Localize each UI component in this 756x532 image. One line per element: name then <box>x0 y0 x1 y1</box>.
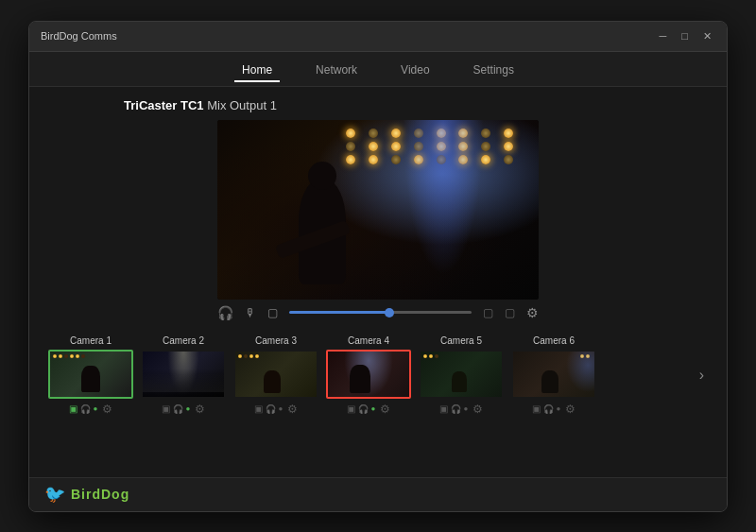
cam4-gear-icon[interactable]: ⚙ <box>380 403 390 416</box>
window-controls: ─ □ ✕ <box>656 28 715 44</box>
stage-light <box>369 129 378 138</box>
mic-icon[interactable]: 🎙 <box>245 306 256 319</box>
cameras-grid: Camera 1 <box>48 335 696 416</box>
cam5-mic-icon[interactable]: ● <box>464 404 469 413</box>
settings-gear-icon[interactable]: ⚙ <box>526 305 539 320</box>
camera-6-preview <box>513 352 594 397</box>
cam3-screen-icon[interactable]: ▣ <box>254 403 263 414</box>
cam6-headphone-icon[interactable]: 🎧 <box>543 404 554 414</box>
scroll-right-arrow[interactable]: › <box>696 367 708 384</box>
cam4-screen-icon[interactable]: ▣ <box>347 403 355 414</box>
cam5-headphone-icon[interactable]: 🎧 <box>451 404 461 414</box>
cam6-screen-icon[interactable]: ▣ <box>532 403 541 414</box>
stage-light <box>504 129 513 138</box>
stage-light <box>346 142 355 151</box>
cam2-screen-icon[interactable]: ▣ <box>162 403 170 414</box>
screen2-icon[interactable]: ▢ <box>483 306 493 319</box>
camera-4-controls: ▣ 🎧 ● ⚙ <box>347 403 391 416</box>
performer-silhouette <box>275 152 388 284</box>
camera-3-controls: ▣ 🎧 ● ⚙ <box>254 403 299 416</box>
cameras-section: Camera 1 <box>48 335 708 416</box>
cam2-mic-icon[interactable]: ● <box>186 404 191 413</box>
camera-5-controls: ▣ 🎧 ● ⚙ <box>439 403 484 416</box>
camera-item-5: Camera 5 <box>419 335 504 416</box>
camera-5-preview <box>421 352 502 397</box>
maximize-button[interactable]: □ <box>678 28 692 43</box>
camera-6-controls: ▣ 🎧 ● ⚙ <box>532 403 576 416</box>
screen-icon[interactable]: ▢ <box>267 306 278 319</box>
brand-name: BirdDog <box>71 487 129 502</box>
headphone-icon[interactable]: 🎧 <box>217 305 233 320</box>
camera-2-preview <box>143 352 224 397</box>
screen3-icon[interactable]: ▢ <box>505 306 515 319</box>
cam1-screen-icon[interactable]: ▣ <box>69 403 77 414</box>
camera-6-label: Camera 6 <box>533 335 575 346</box>
camera-item-6: Camera 6 <box>511 335 596 416</box>
cam3-mic-icon[interactable]: ● <box>279 404 284 413</box>
video-title: TriCaster TC1 Mix Output 1 <box>48 98 277 112</box>
camera-item-2: Camera 2 ▣ 🎧 ● <box>141 335 226 416</box>
camera-2-thumbnail[interactable] <box>141 350 226 399</box>
cam1-headphone-icon[interactable]: 🎧 <box>80 404 91 414</box>
main-content: TriCaster TC1 Mix Output 1 <box>29 87 727 477</box>
camera-3-preview <box>235 352 317 397</box>
blue-spotlight <box>396 120 490 300</box>
nav-home[interactable]: Home <box>234 60 280 82</box>
stage-light <box>504 142 513 151</box>
camera-2-controls: ▣ 🎧 ● ⚙ <box>162 403 206 416</box>
camera-1-controls: ▣ 🎧 ● ⚙ <box>69 403 113 416</box>
camera-4-label: Camera 4 <box>348 335 389 346</box>
camera-2-label: Camera 2 <box>163 335 204 346</box>
camera-item-3: Camera 3 <box>233 335 318 416</box>
camera-item-4: Camera 4 ▣ 🎧 ● ⚙ <box>326 335 411 416</box>
cam4-headphone-icon[interactable]: 🎧 <box>358 404 369 414</box>
cam5-screen-icon[interactable]: ▣ <box>439 403 448 414</box>
camera-item-1: Camera 1 <box>48 335 133 416</box>
camera-4-preview <box>328 352 409 397</box>
cam6-mic-icon[interactable]: ● <box>557 404 561 413</box>
video-controls: 🎧 🎙 ▢ ▢ ▢ ⚙ <box>217 305 539 320</box>
nav-bar: Home Network Video Settings <box>29 52 727 87</box>
footer: 🐦 BirdDog <box>29 477 727 511</box>
app-title: BirdDog Comms <box>41 30 117 42</box>
camera-5-label: Camera 5 <box>440 335 482 346</box>
video-source-name: TriCaster TC1 Mix Output 1 <box>124 98 277 112</box>
stage-light <box>504 155 513 164</box>
video-preview-container <box>217 120 539 300</box>
nav-settings[interactable]: Settings <box>466 60 522 82</box>
camera-3-label: Camera 3 <box>255 335 297 346</box>
cam3-headphone-icon[interactable]: 🎧 <box>266 404 276 414</box>
volume-thumb <box>385 308 394 317</box>
volume-slider[interactable] <box>289 311 472 314</box>
main-window: BirdDog Comms ─ □ ✕ Home Network Video S… <box>28 21 728 512</box>
title-bar: BirdDog Comms ─ □ ✕ <box>29 22 727 52</box>
camera-1-thumbnail[interactable] <box>48 350 133 399</box>
cam1-mic-icon[interactable]: ● <box>94 404 98 413</box>
close-button[interactable]: ✕ <box>699 28 715 44</box>
camera-4-thumbnail[interactable] <box>326 350 411 399</box>
camera-1-preview <box>50 352 131 397</box>
minimize-button[interactable]: ─ <box>656 28 671 43</box>
cam3-gear-icon[interactable]: ⚙ <box>287 403 298 416</box>
camera-1-label: Camera 1 <box>70 335 112 346</box>
birddog-logo: 🐦 BirdDog <box>44 484 129 505</box>
video-section: TriCaster TC1 Mix Output 1 <box>48 98 708 320</box>
nav-video[interactable]: Video <box>393 60 437 82</box>
bird-logo-icon: 🐦 <box>44 484 65 505</box>
video-preview <box>217 120 539 300</box>
cam2-gear-icon[interactable]: ⚙ <box>195 403 205 416</box>
cam5-gear-icon[interactable]: ⚙ <box>472 403 483 416</box>
camera-6-thumbnail[interactable] <box>511 350 596 399</box>
camera-3-thumbnail[interactable] <box>233 350 318 399</box>
stage-light <box>346 129 355 138</box>
nav-network[interactable]: Network <box>308 60 365 82</box>
camera-5-thumbnail[interactable] <box>419 350 504 399</box>
stage-light <box>369 142 378 151</box>
cam6-gear-icon[interactable]: ⚙ <box>565 403 576 416</box>
cam2-headphone-icon[interactable]: 🎧 <box>173 404 183 414</box>
cam4-mic-icon[interactable]: ● <box>371 404 376 413</box>
cam1-gear-icon[interactable]: ⚙ <box>102 403 112 416</box>
